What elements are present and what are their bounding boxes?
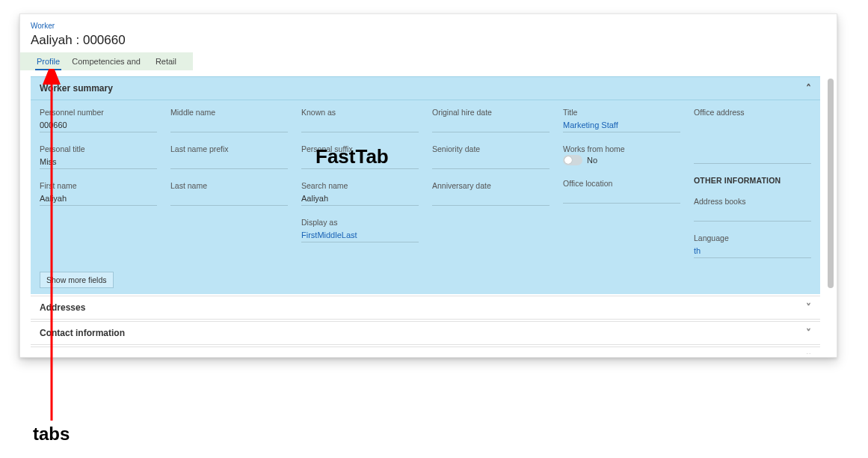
middle-name-value[interactable] — [170, 118, 288, 132]
col-names3: Known as Personal suffix Search name Aal… — [301, 108, 419, 258]
col-dates: Original hire date Seniority date Annive… — [432, 108, 550, 258]
last-name-label: Last name — [170, 181, 288, 190]
office-address-value[interactable] — [694, 118, 811, 164]
fasttab-worker-summary-title: Worker summary — [40, 83, 113, 94]
language-label: Language — [694, 233, 811, 242]
display-as-label: Display as — [301, 218, 419, 227]
personal-suffix-value[interactable] — [301, 155, 419, 169]
last-name-prefix-value[interactable] — [170, 155, 288, 169]
original-hire-date-label: Original hire date — [432, 108, 550, 117]
fasttab-personal-title: Personal information — [40, 353, 129, 354]
anniversary-date-label: Anniversary date — [432, 181, 550, 190]
seniority-date-value[interactable] — [432, 155, 550, 169]
scrollbar-thumb[interactable] — [828, 79, 834, 288]
seniority-date-label: Seniority date — [432, 144, 550, 153]
content-area: Worker summary ˄ Personnel number 000660… — [31, 76, 820, 354]
fasttab-personal-information[interactable]: Personal information ˅ — [31, 346, 820, 354]
search-name-label: Search name — [301, 181, 419, 190]
address-books-value[interactable] — [694, 207, 811, 222]
personnel-number-value[interactable]: 000660 — [40, 118, 157, 132]
tab-competencies[interactable]: Competencies and development — [66, 52, 150, 70]
other-information-header: OTHER INFORMATION — [694, 176, 811, 185]
col-names2: Middle name Last name prefix Last name — [170, 108, 288, 258]
language-value[interactable]: th — [694, 244, 811, 258]
last-name-prefix-label: Last name prefix — [170, 144, 288, 153]
fasttab-worker-summary-body: Personnel number 000660 Personal title M… — [31, 100, 820, 294]
personal-suffix-label: Personal suffix — [301, 144, 419, 153]
page-title: Aaliyah : 000660 — [20, 30, 837, 52]
fasttab-contact-information[interactable]: Contact information ˅ — [31, 321, 820, 345]
chevron-down-icon: ˅ — [806, 352, 811, 354]
middle-name-label: Middle name — [170, 108, 288, 117]
tabs-bar: Profile Competencies and development Ret… — [20, 52, 193, 70]
col-office-other: Office address OTHER INFORMATION Address… — [694, 108, 811, 258]
first-name-value[interactable]: Aaliyah — [40, 192, 157, 206]
original-hire-date-value[interactable] — [432, 118, 550, 132]
personal-title-label: Personal title — [40, 144, 157, 153]
chevron-up-icon: ˄ — [806, 82, 811, 94]
office-location-label: Office location — [563, 179, 680, 188]
tab-profile[interactable]: Profile — [31, 52, 66, 70]
toggle-pill-icon — [563, 155, 582, 165]
title-label: Title — [563, 108, 680, 117]
personal-title-value[interactable]: Miss — [40, 155, 157, 169]
works-from-home-value: No — [587, 156, 597, 165]
tab-retail[interactable]: Retail — [150, 52, 182, 70]
known-as-label: Known as — [301, 108, 419, 117]
fasttab-addresses-title: Addresses — [40, 302, 85, 313]
last-name-value[interactable] — [170, 192, 288, 206]
works-from-home-label: Works from home — [563, 144, 680, 153]
search-name-value[interactable]: Aaliyah — [301, 192, 419, 206]
anniversary-date-value[interactable] — [432, 192, 550, 206]
works-from-home-toggle[interactable]: No — [563, 155, 597, 165]
col-title-office: Title Marketing Staff Works from home No… — [563, 108, 680, 258]
chevron-down-icon: ˅ — [806, 327, 811, 339]
office-location-value[interactable] — [563, 189, 680, 204]
breadcrumb[interactable]: Worker — [20, 14, 837, 30]
title-value[interactable]: Marketing Staff — [563, 118, 680, 132]
personnel-number-label: Personnel number — [40, 108, 157, 117]
worker-form-card: Worker Aaliyah : 000660 Profile Competen… — [19, 13, 837, 358]
col-personnel: Personnel number 000660 Personal title M… — [40, 108, 157, 258]
fasttab-worker-summary-header[interactable]: Worker summary ˄ — [31, 76, 820, 100]
chevron-down-icon: ˅ — [806, 302, 811, 314]
address-books-label: Address books — [694, 197, 811, 206]
show-more-fields-button[interactable]: Show more fields — [40, 272, 114, 288]
fasttab-contact-title: Contact information — [40, 328, 125, 338]
fasttab-addresses[interactable]: Addresses ˅ — [31, 296, 820, 320]
office-address-label: Office address — [694, 108, 811, 117]
known-as-value[interactable] — [301, 118, 419, 132]
display-as-value[interactable]: FirstMiddleLast — [301, 228, 419, 242]
annotation-tabs-label: tabs — [33, 424, 70, 445]
first-name-label: First name — [40, 181, 157, 190]
